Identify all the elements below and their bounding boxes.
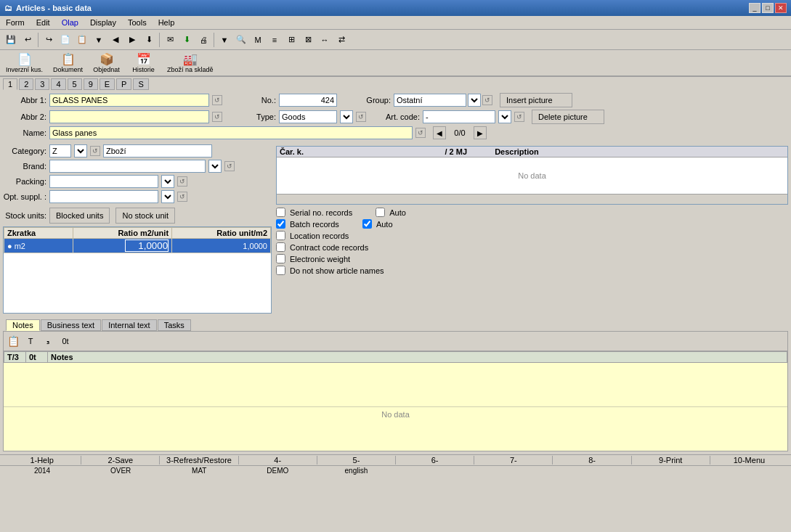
artcode-select[interactable]: ▼ [498,110,511,123]
pic-prev-button[interactable]: ◀ [433,126,446,139]
group-reset[interactable]: ↺ [482,95,492,105]
tab-5[interactable]: 5 [68,78,82,90]
optsuppl-reset[interactable]: ↺ [177,192,187,202]
tb-btn-arrow-dn[interactable]: ▼ [91,32,107,48]
menu-edit[interactable]: Edit [33,17,53,28]
tb-btn-2[interactable]: ↩ [20,32,36,48]
batch-auto-checkbox[interactable] [362,219,372,229]
tb-btn-m4[interactable]: ⊠ [300,32,316,48]
tb-btn-arrow-dl[interactable]: ⬇ [141,32,157,48]
tb-btn-search[interactable]: 🔍 [233,32,249,48]
btn-objednat[interactable]: 📦 Objednat [90,52,123,74]
status-4[interactable]: 4- [239,456,317,465]
notes-tb-1[interactable]: 📋 [5,333,21,349]
maximize-button[interactable]: □ [762,3,774,13]
abbr1-reset[interactable]: ↺ [212,95,222,105]
tab-4[interactable]: 4 [51,78,65,90]
artcode-reset[interactable]: ↺ [514,112,524,122]
tab-notes[interactable]: Notes [6,319,40,331]
name-input[interactable] [49,126,413,139]
category-text-input[interactable] [103,144,212,157]
pic-next-button[interactable]: ▶ [474,126,487,139]
tab-3[interactable]: 3 [35,78,49,90]
menu-help[interactable]: Help [155,17,178,28]
type-input[interactable] [279,110,337,123]
close-button[interactable]: ✕ [775,3,787,13]
name-reset[interactable]: ↺ [415,128,426,138]
type-select[interactable]: ▼ [340,110,353,123]
packing-input[interactable] [49,175,158,188]
status-refresh[interactable]: 3-Refresh/Restore [160,456,238,465]
tab-e[interactable]: E [100,78,115,90]
abbr1-input[interactable] [49,94,209,107]
menu-display[interactable]: Display [87,17,119,28]
tab-p[interactable]: P [116,78,131,90]
brand-select[interactable]: ▼ [208,160,222,173]
tb-btn-m2[interactable]: ≡ [267,32,283,48]
tb-btn-filter[interactable]: ▼ [216,32,232,48]
tab-2[interactable]: 2 [19,78,33,90]
btn-historie[interactable]: 📅 Historie [127,52,160,74]
packing-select[interactable]: ▼ [161,175,174,188]
group-select[interactable]: ▼ [468,94,481,107]
tb-btn-print[interactable]: 🖨 [195,32,211,48]
tb-btn-email[interactable]: ✉ [162,32,178,48]
status-8[interactable]: 8- [553,456,631,465]
menu-olap[interactable]: Olap [59,17,81,28]
status-help[interactable]: 1-Help [3,456,81,465]
status-menu[interactable]: 10-Menu [710,456,788,465]
brand-reset[interactable]: ↺ [224,161,235,171]
tab-9[interactable]: 9 [84,78,98,90]
tb-btn-m5[interactable]: ↔ [317,32,333,48]
category-reset[interactable]: ↺ [90,146,100,156]
notes-tb-2[interactable]: T [23,333,38,349]
brand-input[interactable] [49,160,206,173]
tb-btn-arrow-left[interactable]: ◀ [108,32,123,48]
status-print[interactable]: 9-Print [632,456,710,465]
electronic-checkbox[interactable] [276,254,285,263]
tb-btn-m3[interactable]: ⊞ [283,32,299,48]
abbr2-reset[interactable]: ↺ [212,112,222,122]
bar-scroll-h[interactable] [277,194,787,204]
tb-btn-arrow-right[interactable]: ▶ [124,32,140,48]
tb-btn-3[interactable]: ↪ [41,32,57,48]
tab-business[interactable]: Business text [41,319,101,331]
category-select[interactable]: ▼ [74,144,87,157]
tab-s[interactable]: S [133,78,148,90]
table-row[interactable]: ● m2 1,0000 [4,239,271,253]
minimize-button[interactable]: _ [749,3,760,13]
save-button[interactable]: 💾 [3,32,19,48]
no-input[interactable] [279,94,337,107]
tb-btn-m6[interactable]: ⇄ [333,32,349,48]
noshow-checkbox[interactable] [276,266,285,275]
abbr2-input[interactable] [49,110,209,123]
category-input[interactable] [49,144,71,157]
btn-zbozi[interactable]: 🏭 Zboží na skladě [164,52,216,74]
tab-tasks[interactable]: Tasks [158,319,191,331]
location-checkbox[interactable] [276,231,285,240]
btn-inverzni[interactable]: 📄 Inverzní kus. [3,52,46,74]
status-5[interactable]: 5- [317,456,396,465]
no-stock-unit-button[interactable]: No stock unit [115,208,175,224]
menu-tools[interactable]: Tools [125,17,150,28]
type-reset[interactable]: ↺ [356,112,366,122]
tb-btn-4[interactable]: 📄 [57,32,73,48]
tab-1[interactable]: 1 [3,78,17,90]
notes-tb-3[interactable]: ₃ [40,333,56,349]
tab-internal[interactable]: Internal text [102,319,156,331]
contract-checkbox[interactable] [276,242,285,252]
serial-auto-checkbox[interactable] [376,208,385,217]
packing-reset[interactable]: ↺ [177,176,187,187]
optsuppl-select[interactable]: ▼ [161,190,174,203]
status-save[interactable]: 2-Save [81,456,160,465]
artcode-input[interactable] [423,110,495,123]
tb-btn-5[interactable]: 📋 [74,32,90,48]
notes-tb-4[interactable]: 0t [57,333,73,349]
group-input[interactable] [394,94,466,107]
optsuppl-input[interactable] [49,190,158,203]
batch-checkbox[interactable] [276,219,285,229]
serial-checkbox[interactable] [276,208,285,217]
btn-dokument[interactable]: 📋 Dokument [50,52,86,74]
status-7[interactable]: 7- [474,456,553,465]
menu-form[interactable]: Form [3,17,28,28]
